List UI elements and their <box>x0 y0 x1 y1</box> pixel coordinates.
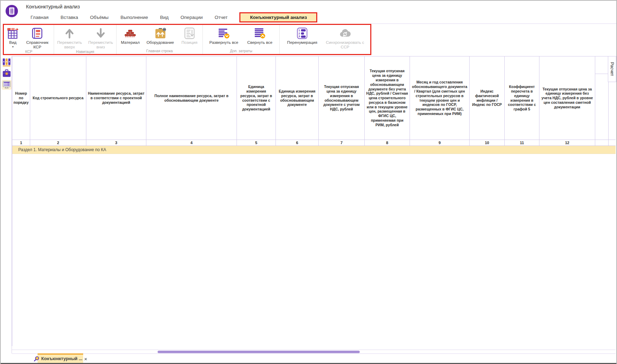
column-header-clipped <box>595 56 609 140</box>
ribbon-button-label: Позиция <box>181 40 197 45</box>
menu-tab-insert[interactable]: Вставка <box>60 15 78 20</box>
ribbon-group: Переместить вверхПереместить внизНавигац… <box>54 25 117 54</box>
binders-icon <box>2 58 11 67</box>
right-panel-tab-raschet[interactable]: Расчет <box>608 56 616 82</box>
ribbon-button-label: Перенумерация <box>287 40 317 45</box>
ribbon-group-buttons: Развернуть всеСвернуть все <box>203 25 279 49</box>
ribbon-button-equipment[interactable]: Оборудование <box>144 27 177 45</box>
close-icon[interactable]: × <box>84 356 87 362</box>
ribbon-group-label: Навигация <box>54 49 116 54</box>
document-tab[interactable]: Конъюнктурный ... × <box>38 353 83 363</box>
bottom-tab-bar <box>1 354 616 363</box>
view-table-icon <box>7 27 19 40</box>
menu-tab-operations[interactable]: Операции <box>180 15 203 20</box>
ribbon-button-collapse-all[interactable]: Свернуть все <box>245 27 275 45</box>
ribbon-group: Развернуть всеСвернуть всеДоп. затраты <box>203 25 280 54</box>
data-grid: Номер по порядкуКод строительного ресурс… <box>12 56 616 346</box>
ribbon-button-position: Позиция <box>179 27 200 45</box>
ribbon-button-label: Развернуть все <box>210 40 238 45</box>
sidebar-item-binders[interactable] <box>2 58 12 67</box>
document-tab-label: Конъюнктурный ... <box>41 356 82 361</box>
menu-tab-volumes[interactable]: Объёмы <box>90 15 109 20</box>
grid-number-row: 123456789101112 <box>12 140 616 146</box>
horizontal-scrollbar[interactable] <box>12 350 616 354</box>
ribbon-button-label: Синхронизировать с ССР <box>325 40 365 49</box>
ribbon-group-buttons: 123ПеренумерацияСинхронизировать с ССР <box>280 25 370 49</box>
sheet-icon <box>2 80 11 89</box>
column-number-clipped <box>595 140 609 146</box>
section-row[interactable]: Раздел 1. Материалы и Оборудование по КА <box>12 146 616 154</box>
ribbon-button-label: Переместить вверх <box>54 40 85 49</box>
ribbon-button-label: Переместить вниз <box>85 40 117 49</box>
position-icon <box>184 27 195 40</box>
column-header-4: Полное наименование ресурса, затрат в об… <box>146 56 237 140</box>
column-number-12: 12 <box>539 140 595 146</box>
chevron-down-icon: ▼ <box>12 46 14 48</box>
ribbon-group: МатериалОборудованиеПозицияГлавная строк… <box>117 25 203 54</box>
ribbon-button-sync-ssr: Синхронизировать с ССР <box>325 27 365 49</box>
column-header-6: Единица измерения ресурса, затрат в обос… <box>276 56 319 140</box>
sidebar-item-sheet[interactable] <box>2 80 12 90</box>
app-logo-icon <box>5 5 18 18</box>
magnifier-icon <box>34 356 40 362</box>
ribbon-group-label: Доп. затраты <box>203 49 279 54</box>
move-down-icon <box>95 27 107 40</box>
column-number-3: 3 <box>86 140 146 146</box>
stub-divider <box>595 74 608 74</box>
ribbon-button-label: Свернуть все <box>247 40 272 45</box>
ribbon-group-buttons: МатериалОборудованиеПозиция <box>117 25 203 49</box>
column-header-7: Текущая отпускная цена за единицу измере… <box>319 56 365 140</box>
ribbon-button-expand-all[interactable]: Развернуть все <box>207 27 240 45</box>
menu-tab-home[interactable]: Главная <box>31 15 48 20</box>
column-header-8: Текущая отпускная цена за единицу измере… <box>365 56 410 140</box>
ribbon-button-label: Материал <box>121 40 140 45</box>
column-number-7: 7 <box>319 140 365 146</box>
column-header-10: Индекс фактической инфляции / Индекс по … <box>470 56 505 140</box>
column-number-6: 6 <box>276 140 319 146</box>
ribbon-button-material[interactable]: Материал <box>119 27 141 45</box>
collapse-all-icon <box>254 27 266 40</box>
ribbon-button-label: Оборудование <box>146 40 174 45</box>
material-bricks-icon <box>124 27 136 40</box>
ribbon-button-move-down: Переместить вниз <box>85 27 117 49</box>
ribbon-group: 123ПеренумерацияСинхронизировать с ССР <box>280 25 370 54</box>
menu-tab-view[interactable]: Вид <box>160 15 168 20</box>
column-number-11: 11 <box>505 140 539 146</box>
ribbon-group-buttons: Переместить вверхПереместить вниз <box>54 25 116 49</box>
menu-tab-execution[interactable]: Выполнение <box>120 15 148 20</box>
column-header-1: Номер по порядку <box>12 56 30 140</box>
sidebar-item-briefcase[interactable] <box>2 69 12 79</box>
menu-tab-report[interactable]: Отчет <box>214 15 227 20</box>
column-header-11: Коэффициент пересчета в единицу измерени… <box>505 56 539 140</box>
reference-book-icon <box>31 27 43 40</box>
equipment-crate-icon <box>154 27 166 40</box>
app-title: Конъюнктурный анализ <box>26 4 80 9</box>
ribbon-group-label: КСР <box>4 49 54 54</box>
ribbon-button-label: Вид <box>9 40 16 45</box>
column-number-5: 5 <box>237 140 276 146</box>
ribbon-group: Вид▼Справочник КСРКСР <box>4 25 54 54</box>
ribbon-group-buttons: Вид▼Справочник КСР <box>4 25 54 49</box>
column-header-2: Код строительного ресурса <box>30 56 86 140</box>
ribbon: Вид▼Справочник КСРКСРПереместить вверхПе… <box>3 24 371 55</box>
column-number-2: 2 <box>30 140 86 146</box>
briefcase-icon <box>2 69 11 78</box>
ribbon-button-renumber[interactable]: 123Перенумерация <box>285 27 320 45</box>
menu-tabs: ГлавнаяВставкаОбъёмыВыполнениеВидОпераци… <box>31 11 317 23</box>
column-number-1: 1 <box>12 140 30 146</box>
sync-cloud-icon <box>339 27 351 40</box>
column-number-9: 9 <box>410 140 470 146</box>
expand-all-icon <box>218 27 230 40</box>
column-number-8: 8 <box>365 140 410 146</box>
ribbon-group-label: Главная строка <box>117 49 203 54</box>
column-header-5: Единица измерения ресурса, затрат в соот… <box>237 56 276 140</box>
ribbon-button-move-up: Переместить вверх <box>54 27 85 49</box>
horizontal-scrollbar-thumb[interactable] <box>158 351 360 353</box>
svg-text:3: 3 <box>299 35 300 38</box>
ribbon-button-label: Справочник КСР <box>22 40 53 49</box>
ribbon-button-view[interactable]: Вид▼ <box>5 27 21 48</box>
app-window: Конъюнктурный анализ ГлавнаяВставкаОбъём… <box>0 0 617 364</box>
renumber-icon: 123 <box>296 27 308 40</box>
ribbon-button-ksr-reference[interactable]: Справочник КСР <box>22 27 53 49</box>
menu-tab-market-analysis[interactable]: Конъюнктурный анализ <box>239 12 317 22</box>
